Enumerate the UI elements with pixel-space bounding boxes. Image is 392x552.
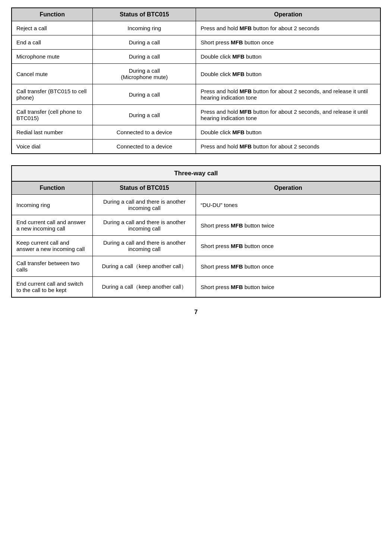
function-cell: End a call [12,35,93,50]
function-cell: Incoming ring [12,195,93,215]
table2-header-function: Function [12,181,93,195]
operation-cell: “DU-DU” tones [196,195,380,215]
status-cell: During a call [93,84,196,105]
table2-header-status: Status of BTC015 [93,181,196,195]
status-cell: During a call [93,35,196,50]
function-cell: Voice dial [12,139,93,154]
table1-header-function: Function [12,8,93,21]
function-cell: Reject a call [12,21,93,35]
operation-cell: Short press MFB button once [196,35,380,50]
three-way-title: Three-way call [11,165,381,181]
function-cell: End current call and switch to the call … [12,277,93,298]
operation-cell: Short press MFB button once [196,236,380,256]
page-number: 7 [11,309,381,316]
operation-cell: Double click MFB button [196,64,380,84]
table-row: Call transfer between two calls During a… [12,256,380,277]
table1-header-status: Status of BTC015 [93,8,196,21]
operation-cell: Short press MFB button twice [196,277,380,298]
table-row: End a call During a call Short press MFB… [12,35,380,50]
operation-cell: Press and hold MFB button for about 2 se… [196,105,380,125]
table-row: Redial last number Connected to a device… [12,125,380,139]
operation-cell: Short press MFB button twice [196,215,380,236]
status-cell: During a call（keep another call） [93,277,196,298]
table-row: Call transfer (cell phone to BTC015) Dur… [12,105,380,125]
function-cell: Cancel mute [12,64,93,84]
operation-cell: Double click MFB button [196,125,380,139]
status-cell: During a call(Microphone mute) [93,64,196,84]
function-cell: Call transfer between two calls [12,256,93,277]
table-row: Call transfer (BTC015 to cell phone) Dur… [12,84,380,105]
table1: Function Status of BTC015 Operation Reje… [11,7,381,154]
status-cell: During a call and there is another incom… [93,215,196,236]
table2: Function Status of BTC015 Operation Inco… [11,181,381,298]
status-cell: During a call and there is another incom… [93,195,196,215]
table1-container: Function Status of BTC015 Operation Reje… [11,7,381,154]
function-cell: Microphone mute [12,50,93,64]
table2-container: Three-way call Function Status of BTC015… [11,165,381,298]
table-row: End current call and switch to the call … [12,277,380,298]
table1-header-operation: Operation [196,8,380,21]
operation-cell: Press and hold MFB button for about 2 se… [196,139,380,154]
table-row: Microphone mute During a call Double cli… [12,50,380,64]
status-cell: During a call [93,105,196,125]
function-cell: Redial last number [12,125,93,139]
status-cell: During a call [93,50,196,64]
status-cell: During a call and there is another incom… [93,236,196,256]
table-row: Reject a call Incoming ring Press and ho… [12,21,380,35]
function-cell: Call transfer (cell phone to BTC015) [12,105,93,125]
function-cell: Call transfer (BTC015 to cell phone) [12,84,93,105]
operation-cell: Press and hold MFB button for about 2 se… [196,21,380,35]
status-cell: During a call（keep another call） [93,256,196,277]
status-cell: Connected to a device [93,139,196,154]
table2-header-operation: Operation [196,181,380,195]
function-cell: Keep current call and answer a new incom… [12,236,93,256]
status-cell: Incoming ring [93,21,196,35]
operation-cell: Short press MFB button once [196,256,380,277]
table-row: Cancel mute During a call(Microphone mut… [12,64,380,84]
operation-cell: Press and hold MFB button for about 2 se… [196,84,380,105]
function-cell: End current call and answer a new incomi… [12,215,93,236]
status-cell: Connected to a device [93,125,196,139]
operation-cell: Double click MFB button [196,50,380,64]
table-row: Voice dial Connected to a device Press a… [12,139,380,154]
table-row: End current call and answer a new incomi… [12,215,380,236]
table-row: Keep current call and answer a new incom… [12,236,380,256]
table-row: Incoming ring During a call and there is… [12,195,380,215]
